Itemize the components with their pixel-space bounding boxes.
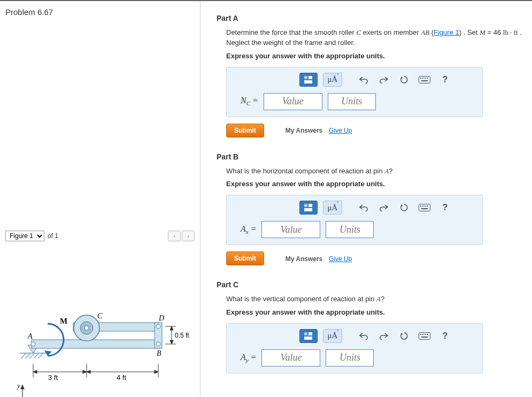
svg-marker-34 — [21, 385, 24, 389]
figure-area: A B C D M 3 ft 4 ft 0.5 ft y x — [5, 249, 195, 397]
svg-rect-51 — [422, 205, 423, 207]
svg-rect-62 — [425, 334, 426, 335]
equation-toolbar: μÅ° ? — [233, 201, 476, 215]
svg-rect-42 — [425, 78, 426, 79]
svg-rect-56 — [309, 332, 312, 335]
svg-rect-45 — [304, 204, 307, 207]
part-prompt: What is the vertical component of reacti… — [226, 294, 523, 304]
variable-label: NC = — [241, 96, 258, 106]
part-title: Part B — [217, 152, 523, 161]
part-instruction: Express your answer with the appropriate… — [226, 179, 523, 189]
reset-icon[interactable] — [397, 73, 412, 87]
svg-line-2 — [25, 353, 30, 358]
svg-rect-35 — [304, 76, 307, 79]
redo-icon[interactable] — [376, 329, 391, 343]
part-a: Part A Determine the force that the smoo… — [217, 14, 523, 138]
submit-button[interactable]: Submit — [226, 251, 264, 265]
answer-box: μÅ° ? Ax = — [226, 195, 483, 245]
equation-toolbar: μÅ° ? — [233, 73, 476, 87]
undo-icon[interactable] — [356, 201, 371, 215]
units-mu-button[interactable]: μÅ° — [323, 201, 343, 215]
svg-rect-52 — [425, 205, 426, 207]
units-input[interactable] — [328, 93, 376, 110]
svg-rect-8 — [32, 340, 159, 348]
help-icon[interactable]: ? — [437, 329, 452, 343]
svg-marker-25 — [155, 370, 158, 373]
svg-marker-29 — [170, 326, 173, 330]
figure-nav: Figure 1 of 1 ‹ › — [5, 231, 195, 241]
dim-05ft: 0.5 ft — [175, 332, 189, 339]
give-up-link[interactable]: Give Up — [329, 127, 352, 134]
svg-marker-48 — [401, 204, 403, 207]
part-instruction: Express your answer with the appropriate… — [226, 308, 523, 318]
undo-icon[interactable] — [356, 329, 371, 343]
part-b: Part B What is the horizontal component … — [217, 152, 523, 266]
part-title: Part C — [217, 280, 523, 289]
figure-select[interactable]: Figure 1 — [5, 231, 44, 241]
units-mu-button[interactable]: μÅ° — [323, 329, 343, 343]
svg-rect-59 — [419, 332, 430, 339]
templates-icon[interactable] — [299, 329, 318, 343]
templates-icon[interactable] — [299, 73, 318, 87]
svg-point-11 — [156, 324, 160, 329]
answer-box: μÅ° ? Ay = — [226, 323, 483, 373]
undo-icon[interactable] — [356, 73, 371, 87]
figure-prev-button[interactable]: ‹ — [168, 231, 181, 241]
figure-next-button[interactable]: › — [182, 231, 195, 241]
submit-button[interactable]: Submit — [226, 124, 264, 138]
part-instruction: Express your answer with the appropriate… — [226, 51, 523, 62]
svg-rect-44 — [421, 80, 428, 81]
equation-toolbar: μÅ° ? — [233, 329, 476, 343]
svg-rect-43 — [427, 78, 428, 79]
answer-box: μÅ° ? NC = — [226, 67, 483, 117]
svg-rect-57 — [304, 337, 312, 340]
my-answers-label: My Answers — [286, 255, 323, 263]
svg-rect-55 — [304, 332, 307, 335]
variable-label: Ax = — [241, 224, 256, 235]
part-prompt: What is the horizontal component of reac… — [226, 166, 523, 177]
give-up-link[interactable]: Give Up — [329, 255, 352, 263]
svg-point-10 — [31, 342, 35, 346]
label-d: D — [158, 314, 164, 322]
svg-line-4 — [34, 353, 39, 358]
label-b: B — [157, 349, 161, 357]
units-input[interactable] — [326, 349, 374, 367]
axis-y: y — [16, 381, 20, 390]
units-mu-button[interactable]: μÅ° — [323, 73, 343, 87]
redo-icon[interactable] — [376, 201, 391, 215]
redo-icon[interactable] — [376, 73, 391, 87]
templates-icon[interactable] — [299, 201, 318, 215]
dim-4ft: 4 ft — [117, 373, 126, 381]
svg-rect-47 — [304, 208, 312, 211]
value-input[interactable] — [261, 221, 320, 238]
keyboard-icon[interactable] — [417, 73, 432, 87]
help-icon[interactable]: ? — [437, 73, 452, 87]
label-c: C — [97, 312, 103, 320]
svg-marker-38 — [401, 77, 403, 79]
problem-title: Problem 6.67 — [5, 5, 195, 17]
label-m: M — [60, 317, 67, 325]
value-input[interactable] — [264, 93, 322, 110]
svg-rect-64 — [421, 337, 428, 338]
part-title: Part A — [217, 14, 523, 22]
svg-marker-22 — [33, 370, 37, 373]
variable-label: Ay = — [241, 353, 256, 363]
svg-rect-53 — [427, 205, 428, 207]
reset-icon[interactable] — [397, 201, 412, 215]
value-input[interactable] — [261, 349, 320, 367]
svg-rect-50 — [420, 205, 421, 207]
svg-rect-54 — [421, 208, 428, 209]
svg-rect-36 — [309, 76, 312, 79]
svg-rect-37 — [304, 80, 312, 83]
dim-3ft: 3 ft — [48, 373, 58, 381]
keyboard-icon[interactable] — [417, 329, 432, 343]
svg-rect-49 — [419, 204, 430, 211]
figure-svg: A B C D M 3 ft 4 ft 0.5 ft y x — [9, 270, 191, 397]
svg-rect-40 — [420, 78, 421, 79]
svg-marker-58 — [401, 333, 403, 335]
units-input[interactable] — [326, 221, 374, 238]
svg-marker-24 — [87, 370, 90, 373]
keyboard-icon[interactable] — [417, 201, 432, 215]
help-icon[interactable]: ? — [437, 201, 452, 215]
reset-icon[interactable] — [397, 329, 412, 343]
